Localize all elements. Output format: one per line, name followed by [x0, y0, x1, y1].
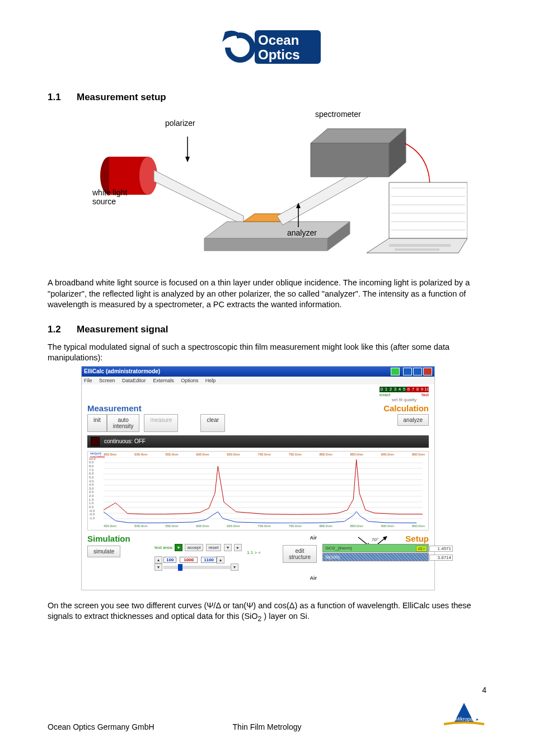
label-polarizer: polarizer: [165, 119, 195, 128]
svg-marker-5: [204, 222, 350, 238]
heading-num: 1.2: [48, 324, 77, 335]
paragraph-1-1: A broadband white light source is focuse…: [48, 278, 486, 311]
angle-label: 70°: [372, 537, 378, 542]
spin-left-down[interactable]: ▾: [154, 564, 162, 571]
signal-chart: tan(psi) cos(delta) 450.0nm500.0nm550.0n…: [87, 451, 429, 530]
heading-title: Measurement setup: [77, 92, 166, 103]
spin-right-up[interactable]: ▴: [217, 556, 224, 564]
continuous-label: continuous: OFF: [104, 438, 146, 444]
fit-quality-bar[interactable]: 012345678910 exact fast set fit quality: [380, 387, 429, 402]
label-spectrometer: spectrometer: [315, 110, 361, 119]
clear-button[interactable]: clear: [200, 414, 225, 432]
test-area-label: test area:: [154, 545, 173, 550]
svg-marker-6: [204, 238, 327, 251]
analyze-button[interactable]: analyze: [397, 414, 429, 426]
heading-1-2: 1.2 Measurement signal: [48, 324, 486, 335]
svg-rect-22: [395, 248, 439, 251]
mikropack-logo: Mikropack ▸: [442, 702, 486, 731]
label-white-light: white light source: [92, 188, 127, 206]
heading-num: 1.1: [48, 92, 77, 103]
brand-logo: Ocean Optics: [48, 22, 486, 75]
measure-button[interactable]: measure: [144, 414, 178, 432]
paragraph-1-2-intro: The typical modulated signal of such a s…: [48, 342, 486, 364]
continuous-led-icon: [91, 437, 100, 446]
footer-left: Ocean Optics Germany GmbH: [48, 722, 154, 731]
close-button[interactable]: [423, 368, 432, 375]
spin-right-val[interactable]: 1100: [201, 557, 217, 563]
edit-structure-button[interactable]: edit structure: [283, 545, 317, 563]
svg-marker-4: [154, 170, 243, 225]
air-top-label: Air: [266, 535, 317, 541]
menu-dataeditor[interactable]: DataEditor: [122, 378, 146, 383]
svg-text:▸: ▸: [476, 717, 479, 722]
svg-rect-21: [389, 244, 451, 247]
label-analyzer: analyzer: [287, 228, 317, 237]
page-footer: Ocean Optics Germany GmbH Thin Film Metr…: [48, 702, 486, 731]
svg-marker-24: [185, 157, 190, 162]
app-body: 012345678910 exact fast set fit quality …: [82, 384, 434, 590]
window-extra-icon[interactable]: [391, 368, 400, 375]
setup-svg: [76, 110, 467, 266]
brand-text-top: Ocean: [258, 32, 299, 48]
heading-title: Measurement signal: [77, 324, 168, 335]
fit-right-label: fast: [421, 392, 429, 397]
area-dropdown[interactable]: ▾: [175, 544, 182, 551]
menu-options[interactable]: Options: [181, 378, 198, 383]
window-title: ElliCalc (administratormode): [84, 368, 390, 374]
air-bottom-label: Air: [266, 575, 317, 581]
footer-center: Thin Film Metrology: [233, 722, 302, 731]
layer-sio2[interactable]: SiO2_(therm) d1= n1= 1.4571: [322, 544, 429, 552]
paragraph-1-2-outro: On the screen you see two different curv…: [48, 600, 486, 624]
continuous-bar[interactable]: continuous: OFF: [87, 435, 429, 448]
menu-screen[interactable]: Screen: [99, 378, 115, 383]
ellicalc-window: ElliCalc (administratormode) File Screen…: [81, 366, 435, 590]
auto-intensity-button[interactable]: auto intensity: [107, 414, 140, 432]
accept-button[interactable]: accept: [185, 544, 204, 551]
menu-help[interactable]: Help: [205, 378, 216, 383]
thickness-slider[interactable]: [163, 566, 231, 569]
heading-1-1: 1.1 Measurement setup: [48, 92, 486, 103]
layer1-d-label: d1=: [416, 546, 427, 552]
chart-xticks-bottom: 450.0nm500.0nm550.0nm600.0nm650.0nm700.0…: [104, 524, 425, 528]
simulate-button[interactable]: simulate: [87, 546, 120, 557]
page-number: 4: [482, 685, 486, 694]
maximize-button[interactable]: [413, 368, 422, 375]
reset-button[interactable]: reset: [206, 544, 222, 551]
step-down-button[interactable]: ▾: [224, 544, 232, 551]
titlebar: ElliCalc (administratormode): [82, 367, 434, 377]
measurement-setup-figure: polarizer spectrometer white light sourc…: [76, 110, 467, 266]
layer1-n-value[interactable]: 1.4571: [429, 546, 453, 552]
layer2-n-value[interactable]: 3.8714: [429, 555, 453, 561]
menu-externals[interactable]: Externals: [153, 378, 174, 383]
fit-caption: set fit quality: [380, 397, 429, 402]
spin-right-down[interactable]: ▾: [231, 564, 238, 571]
chart-yticks: 10.09.08.07.06.05.04.04.03.02.52.01.51.0…: [89, 457, 96, 520]
chart-canvas: [104, 457, 423, 523]
minimize-button[interactable]: [403, 368, 412, 375]
measurement-label: Measurement: [87, 403, 225, 413]
svg-marker-11: [311, 143, 389, 177]
layer-si[interactable]: Si(100) n0= 3.8714: [322, 553, 429, 561]
spin-mid-val[interactable]: 1000: [180, 557, 198, 563]
step-up-button[interactable]: ▸: [234, 544, 242, 551]
calculation-label: Calculation: [383, 403, 429, 413]
menubar: File Screen DataEditor Externals Options…: [82, 377, 434, 384]
menu-file[interactable]: File: [84, 378, 92, 383]
brand-text-bottom: Optics: [258, 47, 300, 62]
chart-xticks-top: 450.0nm500.0nm550.0nm600.0nm650.0nm700.0…: [104, 453, 425, 456]
fit-left-label: exact: [380, 392, 390, 397]
simulation-label: Simulation: [87, 534, 154, 543]
svg-text:Mikropack: Mikropack: [455, 716, 479, 722]
init-button[interactable]: init: [87, 414, 107, 432]
spin-left-val[interactable]: 100: [163, 557, 176, 563]
spin-left-up[interactable]: ▴: [154, 556, 162, 564]
